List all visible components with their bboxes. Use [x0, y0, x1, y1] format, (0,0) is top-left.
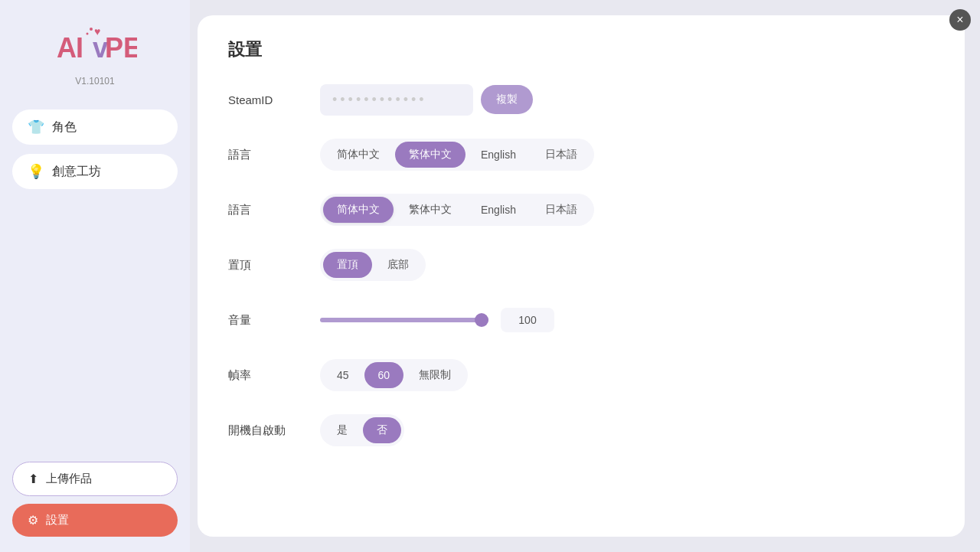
language1-row: 語言 简体中文 繁体中文 English 日本語 [228, 138, 934, 171]
language2-selector: 简体中文 繁体中文 English 日本語 [320, 194, 594, 226]
language1-label: 語言 [228, 148, 320, 162]
upload-icon: ⬆ [28, 472, 38, 486]
sidebar-item-creative-label: 創意工坊 [52, 164, 101, 180]
lang1-option-3[interactable]: 日本語 [531, 142, 591, 168]
version-label: V1.10101 [75, 76, 114, 87]
settings-icon: ⚙ [28, 513, 38, 528]
pos-option-top[interactable]: 置頂 [323, 252, 372, 278]
autostart-row: 開機自啟動 是 否 [228, 413, 934, 447]
steamid-input[interactable] [320, 84, 473, 116]
lang2-option-0[interactable]: 简体中文 [323, 197, 394, 223]
creative-icon: 💡 [28, 163, 44, 180]
steamid-row: SteamID 複製 [228, 83, 934, 116]
main-content: 設置 SteamID 複製 語言 简体中文 繁体中文 English 日本語 [190, 0, 980, 552]
language2-label: 語言 [228, 203, 320, 217]
logo-area: AI v PET ♥ V1.10101 [53, 23, 137, 87]
fps-control: 45 60 無限制 [320, 359, 468, 391]
fps-row: 幀率 45 60 無限制 [228, 358, 934, 392]
app-logo: AI v PET ♥ [53, 23, 137, 73]
upload-label: 上傳作品 [46, 472, 92, 486]
autostart-no[interactable]: 否 [363, 417, 401, 443]
autostart-yes[interactable]: 是 [323, 417, 361, 443]
language1-selector: 简体中文 繁体中文 English 日本語 [320, 139, 594, 171]
volume-slider[interactable] [320, 318, 488, 322]
copy-button[interactable]: 複製 [481, 85, 533, 114]
role-icon: 👕 [28, 119, 44, 136]
lang2-option-3[interactable]: 日本語 [531, 197, 591, 223]
fps-label: 幀率 [228, 368, 320, 383]
language1-control: 简体中文 繁体中文 English 日本語 [320, 139, 594, 171]
close-button[interactable]: × [949, 9, 971, 31]
sidebar-item-role-label: 角色 [52, 119, 77, 136]
steamid-label: SteamID [228, 93, 320, 106]
fps-option-60[interactable]: 60 [364, 362, 404, 388]
settings-panel: 設置 SteamID 複製 語言 简体中文 繁体中文 English 日本語 [198, 15, 965, 537]
sidebar-bottom: ⬆ 上傳作品 ⚙ 設置 [12, 462, 178, 537]
volume-row: 音量 100 [228, 303, 934, 337]
position-label: 置頂 [228, 258, 320, 273]
sidebar-item-creative[interactable]: 💡 創意工坊 [12, 154, 178, 189]
svg-point-4 [90, 28, 93, 31]
settings-button[interactable]: ⚙ 設置 [12, 504, 178, 537]
volume-display: 100 [501, 308, 554, 332]
language2-row: 語言 简体中文 繁体中文 English 日本語 [228, 193, 934, 227]
position-row: 置頂 置頂 底部 [228, 248, 934, 282]
volume-label: 音量 [228, 313, 320, 328]
svg-text:♥: ♥ [94, 25, 100, 38]
autostart-label: 開機自啟動 [228, 423, 320, 438]
svg-text:AI: AI [57, 32, 83, 64]
page-title: 設置 [228, 38, 934, 61]
steamid-control: 複製 [320, 84, 533, 116]
close-icon: × [956, 13, 963, 27]
position-selector: 置頂 底部 [320, 249, 426, 281]
lang1-option-0[interactable]: 简体中文 [323, 142, 394, 168]
lang1-option-2[interactable]: English [467, 142, 530, 168]
position-control: 置頂 底部 [320, 249, 426, 281]
lang1-option-1[interactable]: 繁体中文 [395, 142, 466, 168]
language2-control: 简体中文 繁体中文 English 日本語 [320, 194, 594, 226]
svg-point-5 [87, 33, 89, 35]
fps-option-unlimited[interactable]: 無限制 [405, 362, 465, 388]
sidebar-item-role[interactable]: 👕 角色 [12, 109, 178, 145]
upload-button[interactable]: ⬆ 上傳作品 [12, 462, 178, 496]
settings-label: 設置 [46, 513, 69, 528]
fps-option-45[interactable]: 45 [323, 362, 363, 388]
sidebar: AI v PET ♥ V1.10101 👕 角色 💡 創意工坊 ⬆ 上傳作品 ⚙… [0, 0, 190, 552]
fps-selector: 45 60 無限制 [320, 359, 468, 391]
autostart-control: 是 否 [320, 414, 404, 446]
svg-text:PET: PET [105, 32, 137, 64]
volume-control: 100 [320, 308, 554, 332]
lang2-option-2[interactable]: English [467, 197, 530, 223]
pos-option-bottom[interactable]: 底部 [374, 252, 423, 278]
autostart-selector: 是 否 [320, 414, 404, 446]
lang2-option-1[interactable]: 繁体中文 [395, 197, 466, 223]
